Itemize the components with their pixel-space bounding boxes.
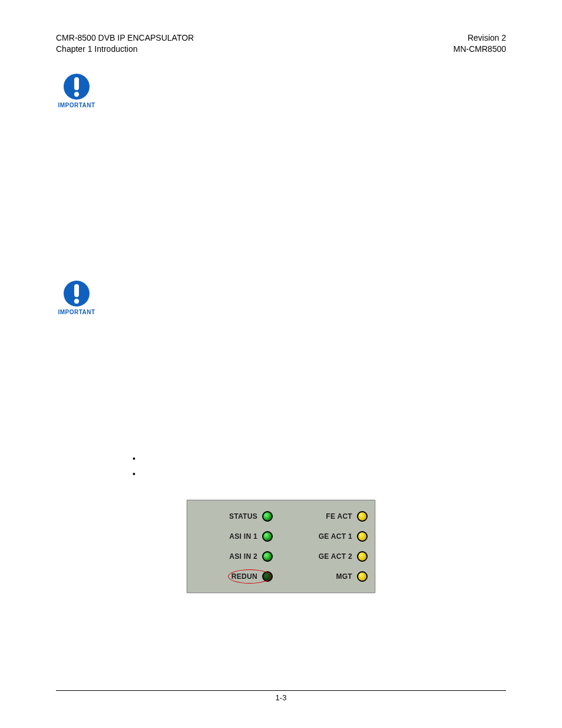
svg-rect-4 bbox=[74, 284, 79, 297]
led-panel: STATUS ASI IN 1 ASI IN 2 REDUN bbox=[187, 500, 375, 593]
important-label: IMPORTANT bbox=[56, 309, 97, 315]
bullet-list bbox=[133, 451, 506, 482]
list-item bbox=[133, 466, 506, 482]
header-left: CMR-8500 DVB IP ENCAPSULATOR Chapter 1 I… bbox=[56, 32, 194, 55]
page-number: 1-3 bbox=[56, 693, 506, 702]
led-indicator-yellow bbox=[357, 511, 368, 522]
led-label: ASI IN 1 bbox=[229, 532, 257, 541]
led-indicator-yellow bbox=[357, 571, 368, 582]
led-label: FE ACT bbox=[326, 512, 352, 521]
led-row-asi-in-2: ASI IN 2 bbox=[194, 546, 273, 566]
list-item bbox=[133, 451, 506, 467]
led-indicator-green bbox=[262, 511, 273, 522]
important-label: IMPORTANT bbox=[56, 102, 97, 108]
svg-point-5 bbox=[74, 299, 79, 304]
document-page: CMR-8500 DVB IP ENCAPSULATOR Chapter 1 I… bbox=[0, 0, 562, 728]
page-header: CMR-8500 DVB IP ENCAPSULATOR Chapter 1 I… bbox=[56, 32, 506, 55]
led-indicator-yellow bbox=[357, 531, 368, 542]
led-label: GE ACT 1 bbox=[319, 532, 352, 541]
header-title: CMR-8500 DVB IP ENCAPSULATOR bbox=[56, 32, 194, 44]
led-label: MGT bbox=[336, 572, 352, 581]
led-column-right: FE ACT GE ACT 1 GE ACT 2 MGT bbox=[289, 506, 368, 587]
led-label: STATUS bbox=[229, 512, 257, 521]
led-indicator-green bbox=[262, 551, 273, 562]
footer-rule bbox=[56, 690, 506, 691]
led-column-left: STATUS ASI IN 1 ASI IN 2 REDUN bbox=[194, 506, 273, 587]
led-panel-figure: STATUS ASI IN 1 ASI IN 2 REDUN bbox=[56, 500, 506, 593]
svg-point-2 bbox=[74, 92, 79, 97]
header-revision: Revision 2 bbox=[454, 32, 506, 44]
led-indicator-yellow bbox=[357, 551, 368, 562]
led-row-ge-act-2: GE ACT 2 bbox=[289, 546, 368, 566]
led-row-fe-act: FE ACT bbox=[289, 506, 368, 526]
led-indicator-off bbox=[262, 571, 273, 582]
led-label: GE ACT 2 bbox=[319, 552, 352, 561]
led-label-highlighted: REDUN bbox=[232, 572, 257, 581]
header-right: Revision 2 MN-CMR8500 bbox=[454, 32, 506, 55]
header-chapter: Chapter 1 Introduction bbox=[56, 44, 194, 55]
content-spacer bbox=[56, 108, 506, 262]
important-icon: IMPORTANT bbox=[56, 279, 97, 315]
led-row-asi-in-1: ASI IN 1 bbox=[194, 526, 273, 546]
led-row-status: STATUS bbox=[194, 506, 273, 526]
led-label: ASI IN 2 bbox=[229, 552, 257, 561]
svg-rect-1 bbox=[74, 77, 79, 90]
header-docnum: MN-CMR8500 bbox=[454, 44, 506, 55]
content-spacer bbox=[56, 315, 506, 451]
led-indicator-green bbox=[262, 531, 273, 542]
led-row-redun: REDUN bbox=[194, 566, 273, 587]
exclamation-icon bbox=[62, 279, 91, 308]
led-row-mgt: MGT bbox=[289, 566, 368, 587]
led-row-ge-act-1: GE ACT 1 bbox=[289, 526, 368, 546]
exclamation-icon bbox=[62, 73, 91, 101]
important-icon: IMPORTANT bbox=[56, 73, 97, 108]
page-footer: 1-3 bbox=[56, 690, 506, 702]
